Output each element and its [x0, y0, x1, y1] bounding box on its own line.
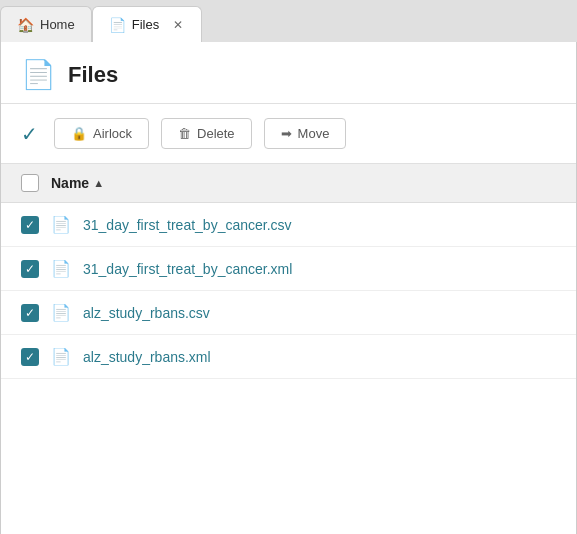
airlock-icon: 🔒 [71, 126, 87, 141]
home-icon: 🏠 [17, 17, 34, 33]
name-column-header: Name ▲ [51, 175, 104, 191]
delete-button[interactable]: 🗑 Delete [161, 118, 252, 149]
row-2-checkbox[interactable]: ✓ [21, 260, 39, 278]
tab-home-label: Home [40, 17, 75, 32]
row-1-checkbox[interactable]: ✓ [21, 216, 39, 234]
browser-tabs: 🏠 Home 📄 Files ✕ [0, 0, 577, 42]
file-icon: 📄 [51, 347, 71, 366]
table-row: ✓ 📄 31_day_first_treat_by_cancer.csv [1, 203, 576, 247]
file-4-name[interactable]: alz_study_rbans.xml [83, 349, 211, 365]
check-all-indicator[interactable]: ✓ [21, 122, 38, 146]
delete-icon: 🗑 [178, 126, 191, 141]
table-row: ✓ 📄 alz_study_rbans.xml [1, 335, 576, 379]
tab-files-label: Files [132, 17, 159, 32]
files-tab-icon: 📄 [109, 17, 126, 33]
row-4-checkbox[interactable]: ✓ [21, 348, 39, 366]
file-icon: 📄 [51, 259, 71, 278]
file-1-name[interactable]: 31_day_first_treat_by_cancer.csv [83, 217, 292, 233]
tab-files[interactable]: 📄 Files ✕ [92, 6, 202, 42]
move-icon: ➡ [281, 126, 292, 141]
main-content: 📄 Files ✓ 🔒 Airlock 🗑 Delete ➡ Move Name… [0, 42, 577, 534]
name-column-label: Name [51, 175, 89, 191]
delete-label: Delete [197, 126, 235, 141]
row-3-checkbox[interactable]: ✓ [21, 304, 39, 322]
table-header: Name ▲ [1, 164, 576, 203]
file-2-name[interactable]: 31_day_first_treat_by_cancer.xml [83, 261, 292, 277]
table-row: ✓ 📄 31_day_first_treat_by_cancer.xml [1, 247, 576, 291]
page-header-icon: 📄 [21, 58, 56, 91]
airlock-label: Airlock [93, 126, 132, 141]
sort-icon[interactable]: ▲ [93, 177, 104, 189]
page-header: 📄 Files [1, 42, 576, 104]
airlock-button[interactable]: 🔒 Airlock [54, 118, 149, 149]
move-button[interactable]: ➡ Move [264, 118, 347, 149]
tab-home[interactable]: 🏠 Home [0, 6, 92, 42]
toolbar: ✓ 🔒 Airlock 🗑 Delete ➡ Move [1, 104, 576, 164]
move-label: Move [298, 126, 330, 141]
file-table: Name ▲ ✓ 📄 31_day_first_treat_by_cancer.… [1, 164, 576, 534]
page-title: Files [68, 62, 118, 88]
file-icon: 📄 [51, 303, 71, 322]
tab-close-button[interactable]: ✕ [171, 18, 185, 32]
table-row: ✓ 📄 alz_study_rbans.csv [1, 291, 576, 335]
file-icon: 📄 [51, 215, 71, 234]
file-3-name[interactable]: alz_study_rbans.csv [83, 305, 210, 321]
header-checkbox[interactable] [21, 174, 39, 192]
